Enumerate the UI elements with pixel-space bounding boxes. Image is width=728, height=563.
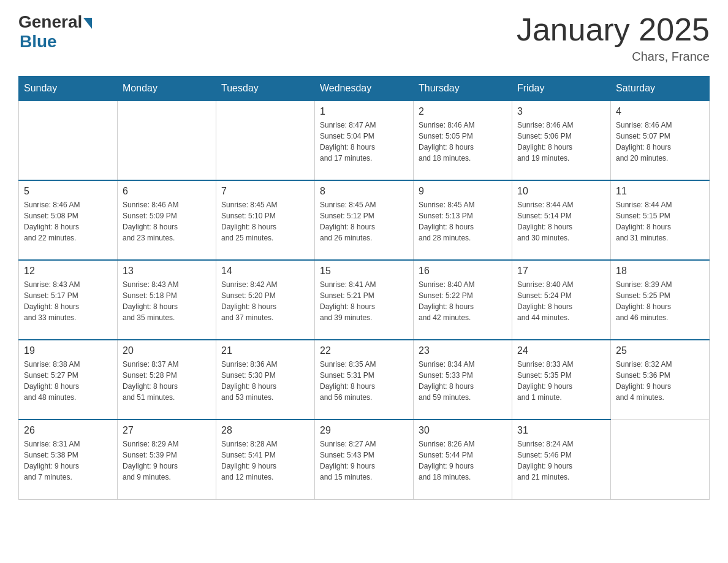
day-number: 5 (24, 186, 112, 197)
day-number: 4 (616, 106, 704, 117)
day-info: Sunrise: 8:26 AMSunset: 5:44 PMDaylight:… (419, 439, 507, 483)
day-info: Sunrise: 8:46 AMSunset: 5:06 PMDaylight:… (517, 120, 605, 164)
calendar-cell: 15Sunrise: 8:41 AMSunset: 5:21 PMDayligh… (315, 260, 414, 340)
weekday-header-thursday: Thursday (414, 77, 512, 101)
day-number: 17 (517, 266, 605, 277)
day-info: Sunrise: 8:24 AMSunset: 5:46 PMDaylight:… (517, 439, 605, 483)
calendar-cell: 30Sunrise: 8:26 AMSunset: 5:44 PMDayligh… (414, 419, 512, 499)
calendar-cell: 22Sunrise: 8:35 AMSunset: 5:31 PMDayligh… (315, 340, 414, 419)
weekday-header-sunday: Sunday (19, 77, 118, 101)
day-info: Sunrise: 8:43 AMSunset: 5:18 PMDaylight:… (123, 279, 211, 323)
calendar-cell (118, 101, 216, 180)
calendar-cell: 14Sunrise: 8:42 AMSunset: 5:20 PMDayligh… (216, 260, 315, 340)
day-info: Sunrise: 8:46 AMSunset: 5:09 PMDaylight:… (123, 199, 211, 243)
day-info: Sunrise: 8:27 AMSunset: 5:43 PMDaylight:… (320, 439, 408, 483)
day-number: 8 (320, 186, 408, 197)
weekday-header-friday: Friday (512, 77, 611, 101)
page-header: General Blue January 2025 Chars, France (18, 12, 710, 64)
day-info: Sunrise: 8:37 AMSunset: 5:28 PMDaylight:… (123, 359, 211, 403)
calendar-cell: 28Sunrise: 8:28 AMSunset: 5:41 PMDayligh… (216, 419, 315, 499)
day-info: Sunrise: 8:45 AMSunset: 5:10 PMDaylight:… (221, 199, 309, 243)
day-info: Sunrise: 8:46 AMSunset: 5:08 PMDaylight:… (24, 199, 112, 243)
day-number: 22 (320, 345, 408, 356)
calendar-cell: 24Sunrise: 8:33 AMSunset: 5:35 PMDayligh… (512, 340, 611, 419)
week-row-3: 12Sunrise: 8:43 AMSunset: 5:17 PMDayligh… (19, 260, 710, 340)
logo-top: General (18, 12, 92, 32)
day-number: 21 (221, 345, 309, 356)
day-number: 29 (320, 425, 408, 436)
day-number: 20 (123, 345, 211, 356)
day-info: Sunrise: 8:46 AMSunset: 5:05 PMDaylight:… (419, 120, 507, 164)
day-number: 7 (221, 186, 309, 197)
calendar-cell: 4Sunrise: 8:46 AMSunset: 5:07 PMDaylight… (611, 101, 710, 180)
day-number: 24 (517, 345, 605, 356)
calendar-cell: 7Sunrise: 8:45 AMSunset: 5:10 PMDaylight… (216, 180, 315, 260)
weekday-header-row: SundayMondayTuesdayWednesdayThursdayFrid… (19, 77, 710, 101)
calendar-cell: 5Sunrise: 8:46 AMSunset: 5:08 PMDaylight… (19, 180, 118, 260)
week-row-4: 19Sunrise: 8:38 AMSunset: 5:27 PMDayligh… (19, 340, 710, 419)
title-section: January 2025 Chars, France (517, 12, 710, 64)
day-number: 31 (517, 425, 605, 436)
calendar-cell: 20Sunrise: 8:37 AMSunset: 5:28 PMDayligh… (118, 340, 216, 419)
day-number: 16 (419, 266, 507, 277)
logo-blue-text: Blue (20, 32, 57, 52)
day-number: 15 (320, 266, 408, 277)
calendar-table: SundayMondayTuesdayWednesdayThursdayFrid… (18, 76, 710, 500)
day-info: Sunrise: 8:40 AMSunset: 5:24 PMDaylight:… (517, 279, 605, 323)
day-info: Sunrise: 8:39 AMSunset: 5:25 PMDaylight:… (616, 279, 704, 323)
calendar-cell: 9Sunrise: 8:45 AMSunset: 5:13 PMDaylight… (414, 180, 512, 260)
weekday-header-wednesday: Wednesday (315, 77, 414, 101)
day-info: Sunrise: 8:44 AMSunset: 5:14 PMDaylight:… (517, 199, 605, 243)
calendar-cell: 21Sunrise: 8:36 AMSunset: 5:30 PMDayligh… (216, 340, 315, 419)
day-info: Sunrise: 8:45 AMSunset: 5:12 PMDaylight:… (320, 199, 408, 243)
calendar-cell (611, 419, 710, 499)
weekday-header-monday: Monday (118, 77, 216, 101)
calendar-cell: 13Sunrise: 8:43 AMSunset: 5:18 PMDayligh… (118, 260, 216, 340)
day-info: Sunrise: 8:47 AMSunset: 5:04 PMDaylight:… (320, 120, 408, 164)
day-number: 13 (123, 266, 211, 277)
day-number: 12 (24, 266, 112, 277)
logo: General Blue (18, 12, 92, 52)
calendar-cell: 11Sunrise: 8:44 AMSunset: 5:15 PMDayligh… (611, 180, 710, 260)
day-number: 26 (24, 425, 112, 436)
day-info: Sunrise: 8:43 AMSunset: 5:17 PMDaylight:… (24, 279, 112, 323)
week-row-2: 5Sunrise: 8:46 AMSunset: 5:08 PMDaylight… (19, 180, 710, 260)
logo-general-text: General (18, 12, 82, 32)
calendar-cell: 19Sunrise: 8:38 AMSunset: 5:27 PMDayligh… (19, 340, 118, 419)
day-number: 9 (419, 186, 507, 197)
calendar-cell: 18Sunrise: 8:39 AMSunset: 5:25 PMDayligh… (611, 260, 710, 340)
day-info: Sunrise: 8:28 AMSunset: 5:41 PMDaylight:… (221, 439, 309, 483)
calendar-cell: 8Sunrise: 8:45 AMSunset: 5:12 PMDaylight… (315, 180, 414, 260)
day-number: 18 (616, 266, 704, 277)
calendar-cell: 23Sunrise: 8:34 AMSunset: 5:33 PMDayligh… (414, 340, 512, 419)
calendar-cell: 31Sunrise: 8:24 AMSunset: 5:46 PMDayligh… (512, 419, 611, 499)
day-info: Sunrise: 8:31 AMSunset: 5:38 PMDaylight:… (24, 439, 112, 483)
week-row-1: 1Sunrise: 8:47 AMSunset: 5:04 PMDaylight… (19, 101, 710, 180)
day-info: Sunrise: 8:46 AMSunset: 5:07 PMDaylight:… (616, 120, 704, 164)
day-info: Sunrise: 8:42 AMSunset: 5:20 PMDaylight:… (221, 279, 309, 323)
day-number: 3 (517, 106, 605, 117)
day-number: 10 (517, 186, 605, 197)
location-label: Chars, France (517, 50, 710, 64)
day-info: Sunrise: 8:45 AMSunset: 5:13 PMDaylight:… (419, 199, 507, 243)
weekday-header-tuesday: Tuesday (216, 77, 315, 101)
calendar-cell: 10Sunrise: 8:44 AMSunset: 5:14 PMDayligh… (512, 180, 611, 260)
day-info: Sunrise: 8:40 AMSunset: 5:22 PMDaylight:… (419, 279, 507, 323)
day-number: 2 (419, 106, 507, 117)
day-number: 6 (123, 186, 211, 197)
day-info: Sunrise: 8:29 AMSunset: 5:39 PMDaylight:… (123, 439, 211, 483)
calendar-cell: 27Sunrise: 8:29 AMSunset: 5:39 PMDayligh… (118, 419, 216, 499)
day-info: Sunrise: 8:35 AMSunset: 5:31 PMDaylight:… (320, 359, 408, 403)
day-info: Sunrise: 8:44 AMSunset: 5:15 PMDaylight:… (616, 199, 704, 243)
calendar-cell: 12Sunrise: 8:43 AMSunset: 5:17 PMDayligh… (19, 260, 118, 340)
day-number: 1 (320, 106, 408, 117)
calendar-cell: 25Sunrise: 8:32 AMSunset: 5:36 PMDayligh… (611, 340, 710, 419)
day-info: Sunrise: 8:41 AMSunset: 5:21 PMDaylight:… (320, 279, 408, 323)
month-title: January 2025 (517, 12, 710, 47)
calendar-cell: 2Sunrise: 8:46 AMSunset: 5:05 PMDaylight… (414, 101, 512, 180)
day-number: 19 (24, 345, 112, 356)
calendar-cell (19, 101, 118, 180)
day-info: Sunrise: 8:36 AMSunset: 5:30 PMDaylight:… (221, 359, 309, 403)
calendar-cell: 16Sunrise: 8:40 AMSunset: 5:22 PMDayligh… (414, 260, 512, 340)
week-row-5: 26Sunrise: 8:31 AMSunset: 5:38 PMDayligh… (19, 419, 710, 499)
